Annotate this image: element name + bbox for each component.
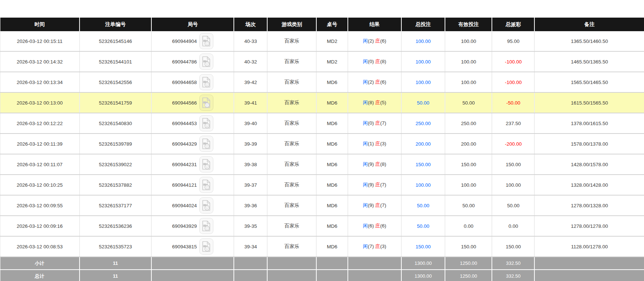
- time-cell: 2026-03-12 00:11:39: [0, 134, 80, 154]
- result-cell: 闲(1) 庄(3): [348, 134, 401, 154]
- player-points: (7): [368, 244, 374, 249]
- valid-bet-cell: 100.00: [445, 51, 492, 72]
- banker-result: 庄: [375, 202, 380, 208]
- bet-id-cell: 523261536236: [80, 216, 152, 236]
- player-points: (2): [368, 79, 374, 85]
- result-cell: 闲(2) 庄(6): [348, 72, 401, 92]
- header-remark: 备注: [534, 18, 644, 31]
- payout-cell: 0.00: [492, 216, 534, 236]
- valid-bet-cell: 100.00: [445, 31, 492, 51]
- total-bet-cell: 150.00: [401, 154, 445, 175]
- table-id-cell: MD6: [316, 195, 348, 216]
- video-replay-button[interactable]: [199, 33, 213, 49]
- remark-cell: 1615.50/1565.50: [534, 92, 644, 113]
- result-cell: 闲(9) 庄(7): [348, 175, 401, 195]
- player-result: 闲: [363, 161, 368, 167]
- total-bet-cell: 200.00: [401, 134, 445, 154]
- total-bet-cell: 100.00: [401, 31, 445, 51]
- valid-bet-cell: 100.00: [445, 175, 492, 195]
- total-bet-cell: 150.00: [401, 236, 445, 257]
- table-id-cell: MD6: [316, 113, 348, 134]
- payout-cell: 150.00: [492, 154, 534, 175]
- result-cell: 闲(8) 庄(5): [348, 92, 401, 113]
- table-id-cell: MD6: [316, 236, 348, 257]
- table-row: 2026-03-12 00:11:39 523261539789 6909443…: [0, 134, 644, 154]
- payout-cell: 150.00: [492, 236, 534, 257]
- round-id-cell: 690944329: [151, 134, 234, 154]
- banker-points: (3): [380, 244, 386, 249]
- bet-id-cell: 523261540830: [80, 113, 152, 134]
- payout-cell: 95.00: [492, 31, 534, 51]
- subtotal-row: 小计 11 1300.00 1250.00 332.50: [0, 257, 644, 270]
- banker-result: 庄: [375, 223, 380, 229]
- table-row: 2026-03-12 00:14:32 523261544101 6909447…: [0, 51, 644, 72]
- video-replay-button[interactable]: [199, 115, 213, 131]
- session-cell: 39-38: [234, 154, 267, 175]
- remark-cell: 1278.00/1328.00: [534, 195, 644, 216]
- bet-id-cell: 523261537177: [80, 195, 152, 216]
- video-replay-button[interactable]: [199, 136, 213, 152]
- video-replay-button[interactable]: [199, 197, 213, 214]
- subtotal-count: 11: [80, 257, 152, 270]
- video-replay-button[interactable]: [199, 177, 213, 193]
- banker-result: 庄: [375, 38, 380, 44]
- valid-bet-cell: 50.00: [445, 92, 492, 113]
- player-result: 闲: [363, 244, 368, 249]
- header-total-bet: 总投注: [401, 18, 445, 31]
- round-id-cell: 690944904: [151, 31, 234, 51]
- player-points: (9): [368, 202, 374, 208]
- round-id-cell: 690943815: [151, 236, 234, 257]
- player-points: (1): [368, 141, 374, 146]
- game-type-cell: 百家乐: [267, 154, 316, 175]
- player-result: 闲: [363, 182, 368, 187]
- banker-result: 庄: [375, 120, 380, 126]
- player-result: 闲: [363, 59, 368, 64]
- result-cell: 闲(9) 庄(7): [348, 195, 401, 216]
- bet-id-cell: 523261537882: [80, 175, 152, 195]
- subtotal-label: 小计: [0, 257, 80, 270]
- valid-bet-cell: 0.00: [445, 216, 492, 236]
- payout-cell: -200.00: [492, 134, 534, 154]
- player-points: (0): [368, 120, 374, 126]
- valid-bet-cell: 200.00: [445, 134, 492, 154]
- valid-bet-cell: 100.00: [445, 72, 492, 92]
- table-id-cell: MD6: [316, 154, 348, 175]
- result-cell: 闲(7) 庄(3): [348, 236, 401, 257]
- round-id-text: 690944024: [172, 203, 197, 208]
- bet-id-cell: 523261542556: [80, 72, 152, 92]
- bet-id-cell: 523261539789: [80, 134, 152, 154]
- round-id-text: 690944329: [172, 141, 197, 147]
- video-file-icon: [202, 56, 211, 67]
- round-id-cell: 690944453: [151, 113, 234, 134]
- round-id-cell: 690944024: [151, 195, 234, 216]
- round-id-text: 690944658: [172, 80, 197, 85]
- table-row: 2026-03-12 00:13:00 523261541759 6909445…: [0, 92, 644, 113]
- time-cell: 2026-03-12 00:14:32: [0, 51, 80, 72]
- video-replay-button[interactable]: [199, 218, 213, 234]
- video-replay-button[interactable]: [199, 238, 213, 255]
- banker-points: (8): [380, 59, 386, 64]
- video-replay-button[interactable]: [199, 54, 213, 70]
- round-id-text: 690944231: [172, 162, 197, 167]
- player-result: 闲: [363, 79, 368, 85]
- session-cell: 39-42: [234, 72, 267, 92]
- round-id-cell: 690944231: [151, 154, 234, 175]
- table-row: 2026-03-12 00:10:25 523261537882 6909441…: [0, 175, 644, 195]
- round-id-text: 690944453: [172, 121, 197, 126]
- round-id-cell: 690944786: [151, 51, 234, 72]
- table-id-cell: MD6: [316, 216, 348, 236]
- video-replay-button[interactable]: [199, 95, 213, 111]
- grand-total-valid-bet: 1250.00: [445, 270, 492, 281]
- video-replay-button[interactable]: [199, 156, 213, 172]
- bet-id-cell: 523261541759: [80, 92, 152, 113]
- payout-cell: 50.00: [492, 195, 534, 216]
- payout-cell: -50.00: [492, 92, 534, 113]
- game-type-cell: 百家乐: [267, 113, 316, 134]
- video-replay-button[interactable]: [199, 74, 213, 90]
- banker-result: 庄: [375, 79, 380, 85]
- valid-bet-cell: 150.00: [445, 236, 492, 257]
- table-id-cell: MD2: [316, 31, 348, 51]
- subtotal-payout: 332.50: [492, 257, 534, 270]
- banker-result: 庄: [375, 161, 380, 167]
- header-round-id: 局号: [151, 18, 234, 31]
